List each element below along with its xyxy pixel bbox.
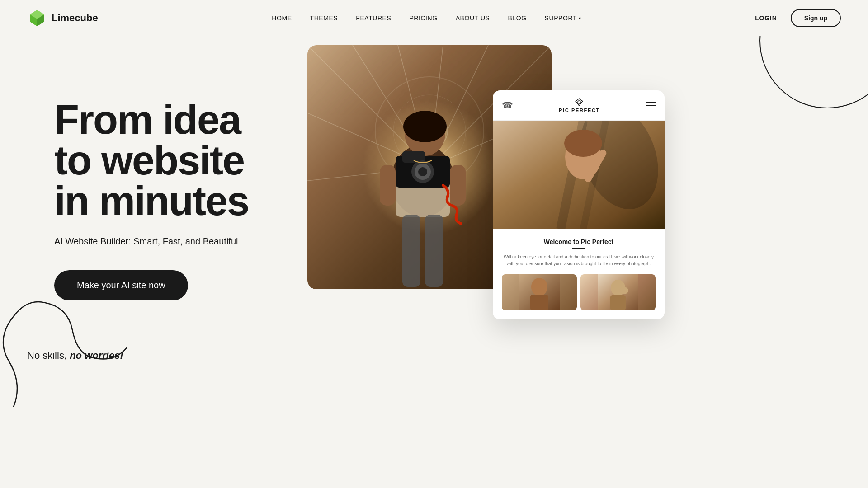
nav-about[interactable]: ABOUT US [456,14,490,22]
phone-icon: ☎ [502,100,513,111]
svg-point-19 [403,111,447,142]
nav-right: LOGIN Sign up [755,9,841,27]
logo-icon [27,8,47,28]
svg-point-30 [578,101,580,103]
mock-website-card: ☎ PIC PERFECT [493,90,665,319]
svg-rect-21 [380,165,396,206]
hamburger-menu-icon[interactable] [646,102,656,108]
svg-rect-40 [530,295,548,310]
mock-thumbnails [502,274,656,310]
mock-header: ☎ PIC PERFECT [493,90,665,121]
nav-themes[interactable]: THEMES [310,14,338,22]
mock-thumbnail-2 [580,274,656,310]
nav-blog[interactable]: BLOG [508,14,526,22]
mock-divider [572,248,585,249]
nav-pricing[interactable]: PRICING [409,14,437,22]
svg-rect-43 [610,295,626,310]
hero-section: From idea to website in minutes AI Websi… [0,36,868,407]
svg-point-36 [564,130,602,157]
mock-description: With a keen eye for detail and a dedicat… [502,253,656,267]
svg-point-39 [531,278,547,296]
mock-thumbnail-1 [502,274,577,310]
thumb-image-1 [502,274,577,310]
photographer-silhouette [355,81,491,289]
mock-logo-text: PIC PERFECT [559,108,600,113]
navigation: Limecube HOME THEMES FEATURES PRICING AB… [0,0,868,36]
hero-content: From idea to website in minutes AI Websi… [54,45,280,300]
nav-home[interactable]: HOME [272,14,292,22]
svg-point-27 [418,167,427,176]
logo-link[interactable]: Limecube [27,8,98,28]
svg-rect-22 [450,165,466,206]
nav-links: HOME THEMES FEATURES PRICING ABOUT US BL… [272,14,581,22]
svg-rect-28 [402,215,420,287]
signup-button[interactable]: Sign up [791,9,841,27]
cta-button[interactable]: Make your AI site now [54,270,188,300]
login-button[interactable]: LOGIN [755,14,777,22]
hero-subtitle: AI Website Builder: Smart, Fast, and Bea… [54,235,280,248]
hero-images: ☎ PIC PERFECT [271,45,868,361]
pic-perfect-logo-icon [574,98,585,107]
nav-features[interactable]: FEATURES [356,14,391,22]
mock-logo: PIC PERFECT [559,98,600,113]
model-silhouette [493,121,665,229]
thumb-image-2 [580,274,656,310]
mock-hero-image [493,121,665,229]
svg-rect-29 [425,215,443,287]
svg-point-44 [619,287,628,294]
bottom-tagline: No skills, no worries! [27,350,123,361]
mock-welcome-title: Welcome to Pic Perfect [502,238,656,245]
hero-title: From idea to website in minutes [54,99,280,221]
chevron-down-icon: ▾ [579,16,581,21]
mock-content: Welcome to Pic Perfect With a keen eye f… [493,229,665,319]
nav-support[interactable]: SUPPORT ▾ [545,14,581,22]
logo-text: Limecube [52,12,98,24]
